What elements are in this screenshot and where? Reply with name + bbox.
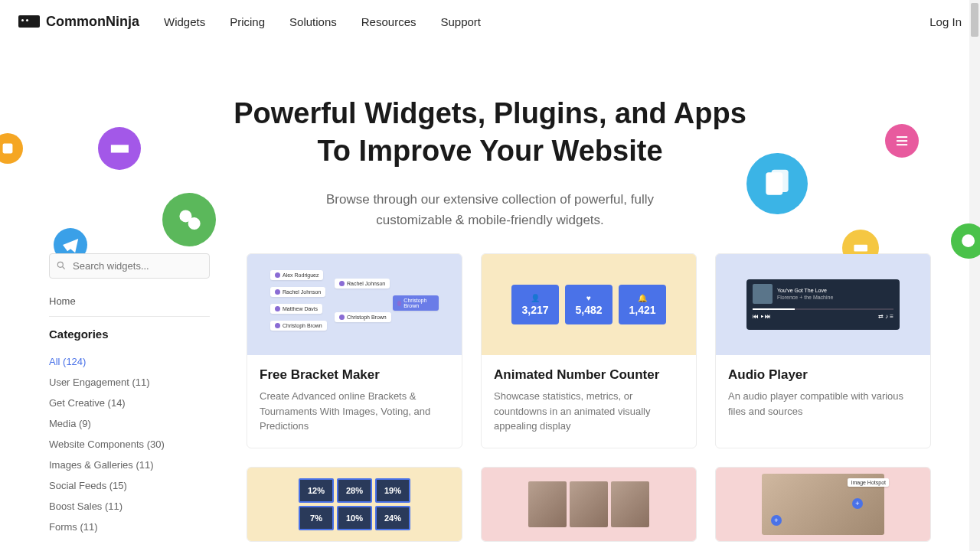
logo-icon <box>18 15 40 28</box>
bracket-chip: Christoph Brown <box>270 321 327 331</box>
list-icon <box>885 124 919 158</box>
svg-rect-8 <box>854 245 867 252</box>
percentage-illustration: 12%28%19%7%10%24% <box>299 478 410 530</box>
category-item[interactable]: Media (9) <box>49 413 210 434</box>
nav-widgets[interactable]: Widgets <box>164 15 205 28</box>
svg-point-9 <box>962 235 975 248</box>
audio-track: You've Got The Love <box>777 287 833 294</box>
chat-thumbs-icon <box>162 193 216 246</box>
hotspot-illustration: Image Hotspot + + <box>762 474 884 535</box>
svg-rect-7 <box>897 144 907 145</box>
card-title: Audio Player <box>728 367 918 383</box>
search-input[interactable] <box>49 253 210 279</box>
counter-illustration: 👤3,217♥5,482🔔1,421 <box>511 285 666 324</box>
sidebar-home[interactable]: Home <box>49 291 210 317</box>
category-item[interactable]: Boost Sales (11) <box>49 496 210 517</box>
hotspot-label: Image Hotspot <box>848 478 889 487</box>
category-item[interactable]: Images & Galleries (11) <box>49 455 210 475</box>
card-audio-player[interactable]: You've Got The Love Florence + the Machi… <box>715 253 931 448</box>
category-item[interactable]: All (124) <box>49 351 210 372</box>
hotspot-pin-icon: + <box>852 498 863 509</box>
card-image: Alex RodriguezRachel JohnsonMatthew Davi… <box>247 254 462 355</box>
category-item[interactable]: Website Components (30) <box>49 434 210 455</box>
cards-star-icon <box>746 153 808 214</box>
audio-illustration: You've Got The Love Florence + the Machi… <box>746 279 900 330</box>
nav-resources[interactable]: Resources <box>361 15 416 28</box>
cards-container: Alex RodriguezRachel JohnsonMatthew Davi… <box>247 253 931 542</box>
cards-row-1: Alex RodriguezRachel JohnsonMatthew Davi… <box>247 253 931 448</box>
login-link[interactable]: Log In <box>929 15 962 28</box>
card-percentage-grid[interactable]: 12%28%19%7%10%24% <box>247 467 462 542</box>
photo-thumb-icon <box>528 481 567 527</box>
photo-thumb-icon <box>611 481 649 527</box>
counter-box: 👤3,217 <box>511 285 559 324</box>
hero: Powerful Widgets, Plugins, and Apps To I… <box>0 43 980 253</box>
logo[interactable]: CommonNinja <box>18 14 139 30</box>
card-bracket-maker[interactable]: Alex RodriguezRachel JohnsonMatthew Davi… <box>247 253 462 448</box>
audio-controls-icon: ⏮ ▶ ⏭⇄ ♪ ≡ <box>753 313 893 320</box>
card-desc: Create Advanced online Brackets & Tourna… <box>260 389 449 434</box>
counter-box: 🔔1,421 <box>619 285 666 324</box>
audio-artist: Florence + the Machine <box>777 294 833 301</box>
svg-rect-5 <box>897 136 907 138</box>
photo-thumb-icon <box>570 481 608 527</box>
hotspot-pin-icon: + <box>771 515 782 526</box>
header: CommonNinja Widgets Pricing Solutions Re… <box>0 0 980 43</box>
counter-box: ♥5,482 <box>565 285 612 324</box>
brand-text: CommonNinja <box>46 14 139 30</box>
category-item[interactable]: Get Creative (14) <box>49 393 210 413</box>
scrollbar-thumb[interactable] <box>971 3 978 37</box>
svg-point-2 <box>188 217 200 230</box>
card-title: Free Bracket Maker <box>260 367 449 383</box>
percentage-cell: 28% <box>337 478 372 503</box>
main-nav: Widgets Pricing Solutions Resources Supp… <box>164 15 929 28</box>
svg-rect-4 <box>772 170 789 192</box>
nav-solutions[interactable]: Solutions <box>289 15 337 28</box>
card-image: 12%28%19%7%10%24% <box>247 468 462 541</box>
bracket-illustration: Alex RodriguezRachel JohnsonMatthew Davi… <box>270 270 439 339</box>
bracket-chip: Christoph Brown <box>335 312 391 322</box>
nav-support[interactable]: Support <box>440 15 481 28</box>
svg-line-11 <box>63 267 65 269</box>
svg-rect-0 <box>3 144 13 154</box>
search-wrap <box>49 253 210 279</box>
whatsapp-icon <box>951 223 980 259</box>
percentage-cell: 7% <box>299 506 334 530</box>
card-image <box>482 468 696 541</box>
card-desc: Showcase statistics, metrics, or countdo… <box>494 389 684 434</box>
progress-bar-icon <box>753 308 893 310</box>
svg-point-10 <box>57 262 63 267</box>
categories-heading: Categories <box>49 328 210 341</box>
bracket-chip: Matthew Davis <box>270 304 322 314</box>
hero-title: Powerful Widgets, Plugins, and Apps To I… <box>0 95 980 171</box>
sidebar: Home Categories All (124)User Engagement… <box>49 253 210 542</box>
bracket-chip: Rachel Johnson <box>335 279 390 289</box>
percentage-cell: 24% <box>375 506 410 530</box>
category-item[interactable]: User Engagement (11) <box>49 372 210 393</box>
card-photo-collage[interactable] <box>481 467 697 542</box>
nav-pricing[interactable]: Pricing <box>230 15 265 28</box>
album-cover-icon <box>753 284 773 304</box>
category-item[interactable]: Forms (11) <box>49 517 210 537</box>
category-list: All (124)User Engagement (11)Get Creativ… <box>49 351 210 537</box>
percentage-cell: 10% <box>337 506 372 530</box>
card-image-hotspot[interactable]: Image Hotspot + + <box>715 467 931 542</box>
main-content: Home Categories All (124)User Engagement… <box>0 253 980 542</box>
hero-title-line2: To Improve Your Website <box>317 135 662 167</box>
ticket-icon <box>98 127 141 170</box>
card-title: Animated Number Counter <box>494 367 684 383</box>
search-icon <box>56 260 67 271</box>
card-number-counter[interactable]: 👤3,217♥5,482🔔1,421 Animated Number Count… <box>481 253 697 448</box>
bracket-chip: Alex Rodriguez <box>270 270 323 280</box>
svg-rect-6 <box>897 140 907 142</box>
category-item[interactable]: Social Feeds (15) <box>49 475 210 496</box>
hero-subtitle: Browse through our extensive collection … <box>291 189 689 230</box>
bracket-chip: Christoph Brown <box>393 295 439 311</box>
card-image: Image Hotspot + + <box>716 468 930 541</box>
hero-title-line1: Powerful Widgets, Plugins, and Apps <box>234 97 746 129</box>
photo-illustration <box>528 481 649 527</box>
percentage-cell: 12% <box>299 478 334 503</box>
cards-row-2: 12%28%19%7%10%24% Image Hotspot <box>247 467 931 542</box>
card-desc: An audio player compatible with various … <box>728 389 918 419</box>
percentage-cell: 19% <box>375 478 410 503</box>
